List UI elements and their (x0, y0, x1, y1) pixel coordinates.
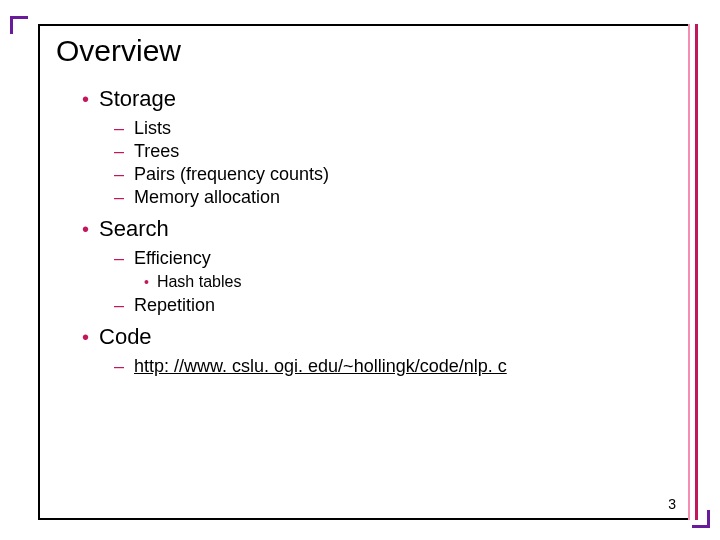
bullet-list: • Storage –Lists –Trees –Pairs (frequenc… (82, 86, 670, 377)
code-url-link[interactable]: http: //www. cslu. ogi. edu/~hollingk/co… (134, 356, 507, 377)
corner-mark (10, 16, 13, 34)
frame-line-left (38, 24, 40, 520)
dash-icon: – (114, 295, 124, 316)
frame-line-right-outer (695, 24, 698, 520)
list-item: –Pairs (frequency counts) (114, 164, 670, 185)
list-item: –Efficiency •Hash tables (114, 248, 670, 291)
list-item: •Hash tables (144, 273, 670, 291)
list-item-label: Memory allocation (134, 187, 280, 208)
list-item: –Memory allocation (114, 187, 670, 208)
list-item-label: Lists (134, 118, 171, 139)
list-item-label: Trees (134, 141, 179, 162)
dash-icon: – (114, 187, 124, 208)
page-number: 3 (668, 496, 676, 512)
frame-line-top (38, 24, 690, 26)
slide-title: Overview (56, 34, 670, 68)
corner-mark (707, 510, 710, 528)
frame-line-right-inner (688, 24, 690, 520)
slide-content: Overview • Storage –Lists –Trees –Pairs … (56, 34, 670, 506)
bullet-icon: • (144, 274, 149, 290)
list-item-label: Pairs (frequency counts) (134, 164, 329, 185)
list-item: –Lists (114, 118, 670, 139)
bullet-icon: • (82, 219, 89, 239)
bullet-icon: • (82, 327, 89, 347)
list-item-label: Code (99, 324, 152, 350)
list-item-label: Repetition (134, 295, 215, 316)
slide: Overview • Storage –Lists –Trees –Pairs … (0, 0, 720, 540)
dash-icon: – (114, 248, 124, 269)
dash-icon: – (114, 118, 124, 139)
list-item-label: Hash tables (157, 273, 242, 290)
dash-icon: – (114, 164, 124, 185)
list-item-label: Search (99, 216, 169, 242)
list-item-label: Efficiency (134, 248, 211, 269)
list-item: – http: //www. cslu. ogi. edu/~hollingk/… (114, 356, 670, 377)
dash-icon: – (114, 141, 124, 162)
bullet-icon: • (82, 89, 89, 109)
list-item-label: Storage (99, 86, 176, 112)
list-item: • Code – http: //www. cslu. ogi. edu/~ho… (82, 324, 670, 377)
list-item: –Repetition (114, 295, 670, 316)
list-item: • Search –Efficiency •Hash tables –Repet… (82, 216, 670, 316)
list-item: • Storage –Lists –Trees –Pairs (frequenc… (82, 86, 670, 208)
list-item: –Trees (114, 141, 670, 162)
dash-icon: – (114, 356, 124, 377)
frame-line-bottom (38, 518, 690, 520)
